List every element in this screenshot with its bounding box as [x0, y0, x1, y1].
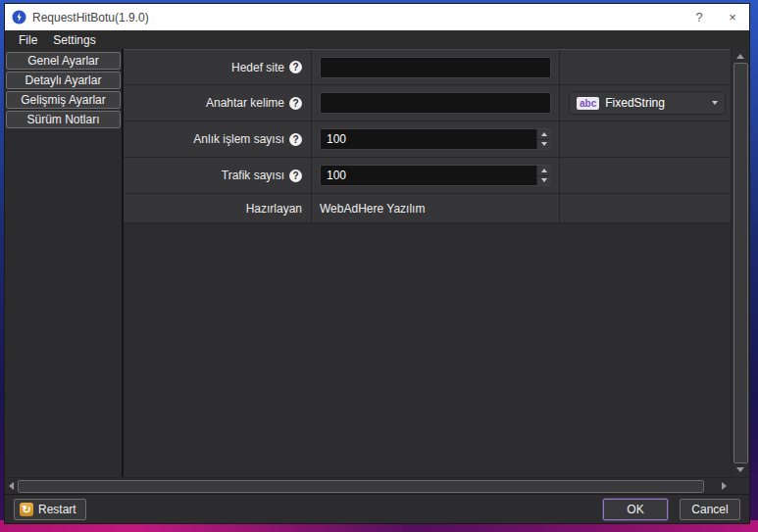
form-input-cell — [312, 85, 560, 121]
form-extra-cell — [560, 50, 731, 84]
sidebar-item-genel-ayarlar[interactable]: Genel Ayarlar — [6, 52, 121, 70]
spin-up-button[interactable] — [536, 129, 550, 140]
horizontal-scroll-thumb[interactable] — [18, 480, 704, 493]
spin-down-button[interactable] — [536, 176, 550, 186]
form-input-cell — [312, 158, 560, 193]
form-label-cell: Trafik sayısı ? — [124, 158, 312, 193]
traffic-count-spinner — [320, 165, 551, 186]
help-button[interactable]: ? — [682, 4, 716, 30]
form-label-cell: Anlık işlem sayısı ? — [124, 121, 312, 157]
cancel-button[interactable]: Cancel — [680, 499, 740, 520]
anlik-islem-label: Anlık işlem sayısı — [193, 132, 284, 146]
target-site-input[interactable] — [320, 57, 551, 78]
vertical-scroll-thumb[interactable] — [733, 63, 748, 463]
spin-up-icon — [541, 132, 547, 136]
sidebar: Genel Ayarlar Detaylı Ayarlar Gelişmiş A… — [5, 49, 122, 477]
vertical-scroll-track[interactable] — [733, 63, 748, 463]
trafik-sayisi-label: Trafik sayısı — [222, 169, 284, 182]
help-icon[interactable]: ? — [289, 169, 302, 182]
hazirlayan-label: Hazırlayan — [246, 202, 302, 216]
help-icon[interactable]: ? — [289, 133, 302, 146]
scroll-up-icon — [736, 54, 744, 59]
keyword-type-dropdown[interactable]: abc FixedString — [569, 91, 726, 115]
spin-down-icon — [541, 178, 547, 182]
sidebar-item-detayli-ayarlar[interactable]: Detaylı Ayarlar — [6, 72, 121, 89]
form-extra-cell — [560, 194, 731, 222]
hedef-site-label: Hedef site — [231, 61, 284, 74]
instant-process-count-input[interactable] — [320, 128, 551, 150]
help-icon[interactable]: ? — [289, 61, 302, 73]
form-row-hazirlayan: Hazırlayan WebAdHere Yazılım — [124, 194, 731, 223]
restart-button[interactable]: ↻ Restart — [14, 499, 86, 520]
keyword-input[interactable] — [320, 92, 551, 114]
form-label-cell: Anahtar kelime ? — [124, 85, 312, 121]
spin-down-icon — [541, 142, 547, 146]
panel-empty-area — [124, 223, 731, 477]
form-rows: Hedef site ? Anahtar kelime ? — [124, 49, 731, 223]
scrollbar-corner — [731, 478, 749, 494]
ok-button[interactable]: OK — [603, 499, 668, 520]
menu-item-file[interactable]: File — [11, 33, 45, 47]
form-input-cell — [312, 50, 560, 84]
app-window: RequestHitBotu(1.9.0) ? × File Settings … — [4, 3, 750, 524]
form-extra-cell — [560, 121, 731, 157]
scroll-left-icon — [9, 482, 14, 490]
scroll-up-button[interactable] — [732, 50, 749, 63]
spin-up-icon — [541, 169, 547, 172]
anahtar-kelime-label: Anahtar kelime — [206, 96, 284, 110]
close-button[interactable]: × — [716, 4, 749, 30]
form-row-trafik: Trafik sayısı ? — [124, 158, 731, 194]
restart-icon: ↻ — [20, 503, 33, 516]
spinner-buttons — [536, 166, 550, 185]
form-extra-cell: abc FixedString — [560, 85, 734, 121]
footer-bar: ↻ Restart OK Cancel — [5, 494, 749, 523]
restart-label: Restart — [38, 503, 76, 516]
spin-down-button[interactable] — [536, 140, 550, 150]
sidebar-item-surum-notlari[interactable]: Sürüm Notları — [6, 111, 121, 128]
scroll-down-button[interactable] — [732, 463, 749, 476]
horizontal-scrollbar[interactable] — [5, 477, 749, 494]
sidebar-item-gelismis-ayarlar[interactable]: Gelişmiş Ayarlar — [6, 91, 121, 109]
form-row-anlik-islem: Anlık işlem sayısı ? — [124, 121, 731, 158]
content-area: Genel Ayarlar Detaylı Ayarlar Gelişmiş A… — [5, 49, 749, 477]
instant-process-count-spinner — [320, 128, 551, 150]
titlebar-buttons: ? × — [682, 4, 749, 30]
form-input-cell: WebAdHere Yazılım — [312, 194, 560, 222]
spinner-buttons — [536, 129, 550, 149]
form-row-anahtar-kelime: Anahtar kelime ? abc FixedString — [124, 85, 731, 121]
settings-panel: Hedef site ? Anahtar kelime ? — [122, 49, 731, 477]
spin-up-button[interactable] — [536, 166, 550, 176]
vertical-scrollbar[interactable] — [731, 49, 749, 477]
form-label-cell: Hedef site ? — [124, 50, 312, 84]
page-title: RequestHitBotu(1.9.0) — [32, 11, 149, 24]
traffic-count-input[interactable] — [320, 165, 551, 186]
menu-bar: File Settings — [5, 30, 749, 49]
form-row-hedef-site: Hedef site ? — [124, 50, 731, 85]
scroll-right-button[interactable] — [718, 478, 731, 494]
title-bar: RequestHitBotu(1.9.0) ? × — [5, 4, 749, 30]
app-logo-icon — [12, 10, 26, 24]
abc-type-icon: abc — [577, 97, 599, 110]
author-value: WebAdHere Yazılım — [320, 202, 425, 216]
form-extra-cell — [560, 158, 731, 193]
scroll-down-icon — [736, 467, 744, 472]
help-icon[interactable]: ? — [289, 97, 302, 110]
desktop-background: RequestHitBotu(1.9.0) ? × File Settings … — [0, 0, 758, 532]
form-label-cell: Hazırlayan — [124, 194, 312, 222]
horizontal-scroll-track[interactable] — [18, 480, 718, 493]
chevron-down-icon — [712, 101, 718, 105]
form-input-cell — [312, 121, 560, 157]
scroll-left-button[interactable] — [5, 478, 18, 494]
scroll-right-icon — [722, 482, 727, 490]
menu-item-settings[interactable]: Settings — [45, 33, 103, 47]
keyword-type-value: FixedString — [605, 96, 706, 110]
